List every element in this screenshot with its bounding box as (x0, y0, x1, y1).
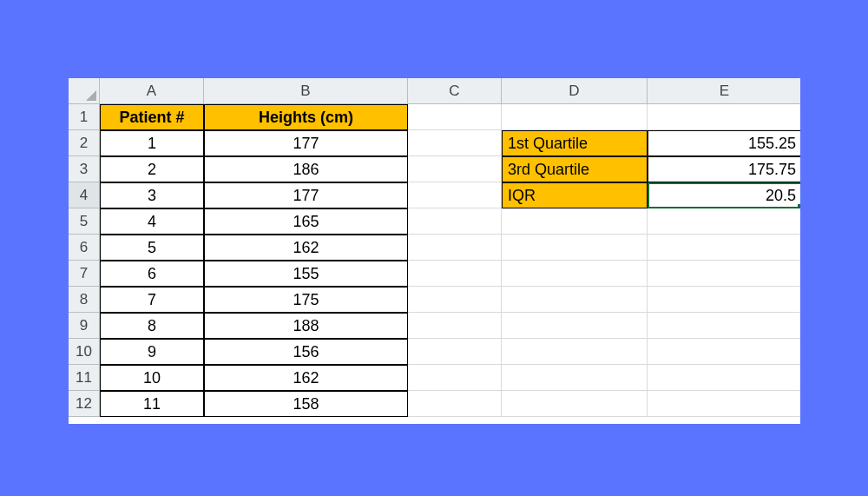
cell-B3[interactable]: 186 (204, 156, 408, 182)
cell-B4[interactable]: 177 (204, 182, 408, 208)
cell-A8[interactable]: 7 (100, 287, 204, 313)
cell-C4[interactable] (408, 182, 502, 208)
cell-E1[interactable] (648, 104, 800, 130)
cell-C7[interactable] (408, 261, 502, 287)
spreadsheet-window: A B C D E 1 Patient # Heights (cm) 2 1 1… (69, 78, 800, 424)
row-header-8[interactable]: 8 (69, 287, 100, 313)
cell-D4[interactable]: IQR (502, 182, 648, 208)
row-header-7[interactable]: 7 (69, 261, 100, 287)
cell-B8[interactable]: 175 (204, 287, 408, 313)
cell-B6[interactable]: 162 (204, 235, 408, 261)
cell-B5[interactable]: 165 (204, 208, 408, 235)
cell-D3[interactable]: 3rd Quartile (502, 156, 648, 182)
row-header-11[interactable]: 11 (69, 365, 100, 391)
cell-B10[interactable]: 156 (204, 339, 408, 365)
row-header-12[interactable]: 12 (69, 391, 100, 417)
spreadsheet-grid[interactable]: A B C D E 1 Patient # Heights (cm) 2 1 1… (69, 78, 800, 417)
select-all-corner[interactable] (69, 78, 100, 104)
col-header-B[interactable]: B (204, 78, 408, 104)
cell-D5[interactable] (502, 208, 648, 235)
cell-E4-value: 20.5 (766, 187, 796, 205)
cell-C12[interactable] (408, 391, 502, 417)
row-header-1[interactable]: 1 (69, 104, 100, 130)
row-header-5[interactable]: 5 (69, 208, 100, 235)
cell-E8[interactable] (648, 287, 800, 313)
row-header-6[interactable]: 6 (69, 235, 100, 261)
cell-E9[interactable] (648, 313, 800, 339)
cell-D10[interactable] (502, 339, 648, 365)
cell-D6[interactable] (502, 235, 648, 261)
row-header-2[interactable]: 2 (69, 130, 100, 156)
cell-A7[interactable]: 6 (100, 261, 204, 287)
row-header-10[interactable]: 10 (69, 339, 100, 365)
cell-D1[interactable] (502, 104, 648, 130)
cell-C6[interactable] (408, 235, 502, 261)
cell-B7[interactable]: 155 (204, 261, 408, 287)
cell-C5[interactable] (408, 208, 502, 235)
cell-D8[interactable] (502, 287, 648, 313)
cell-E7[interactable] (648, 261, 800, 287)
cell-C10[interactable] (408, 339, 502, 365)
cell-D9[interactable] (502, 313, 648, 339)
cell-C1[interactable] (408, 104, 502, 130)
cell-D7[interactable] (502, 261, 648, 287)
cell-A9[interactable]: 8 (100, 313, 204, 339)
cell-E6[interactable] (648, 235, 800, 261)
col-header-C[interactable]: C (408, 78, 502, 104)
row-header-3[interactable]: 3 (69, 156, 100, 182)
cell-E4[interactable]: 20.5 (648, 182, 800, 208)
cell-B1[interactable]: Heights (cm) (204, 104, 408, 130)
col-header-A[interactable]: A (100, 78, 204, 104)
cell-E10[interactable] (648, 339, 800, 365)
cell-D2[interactable]: 1st Quartile (502, 130, 648, 156)
cell-C8[interactable] (408, 287, 502, 313)
cell-C2[interactable] (408, 130, 502, 156)
cell-A3[interactable]: 2 (100, 156, 204, 182)
cell-E2[interactable]: 155.25 (648, 130, 800, 156)
row-header-9[interactable]: 9 (69, 313, 100, 339)
col-header-D[interactable]: D (502, 78, 648, 104)
cell-C9[interactable] (408, 313, 502, 339)
col-header-E[interactable]: E (648, 78, 800, 104)
cell-A4[interactable]: 3 (100, 182, 204, 208)
cell-C3[interactable] (408, 156, 502, 182)
cell-C11[interactable] (408, 365, 502, 391)
cell-D11[interactable] (502, 365, 648, 391)
cell-A6[interactable]: 5 (100, 235, 204, 261)
cell-A10[interactable]: 9 (100, 339, 204, 365)
cell-A11[interactable]: 10 (100, 365, 204, 391)
cell-B9[interactable]: 188 (204, 313, 408, 339)
cell-A12[interactable]: 11 (100, 391, 204, 417)
cell-A1[interactable]: Patient # (100, 104, 204, 130)
row-header-4[interactable]: 4 (69, 182, 100, 208)
cell-A2[interactable]: 1 (100, 130, 204, 156)
cell-A5[interactable]: 4 (100, 208, 204, 235)
cell-E11[interactable] (648, 365, 800, 391)
cell-B2[interactable]: 177 (204, 130, 408, 156)
cell-E12[interactable] (648, 391, 800, 417)
cell-B12[interactable]: 158 (204, 391, 408, 417)
cell-D12[interactable] (502, 391, 648, 417)
cell-B11[interactable]: 162 (204, 365, 408, 391)
cell-E5[interactable] (648, 208, 800, 235)
cell-E3[interactable]: 175.75 (648, 156, 800, 182)
